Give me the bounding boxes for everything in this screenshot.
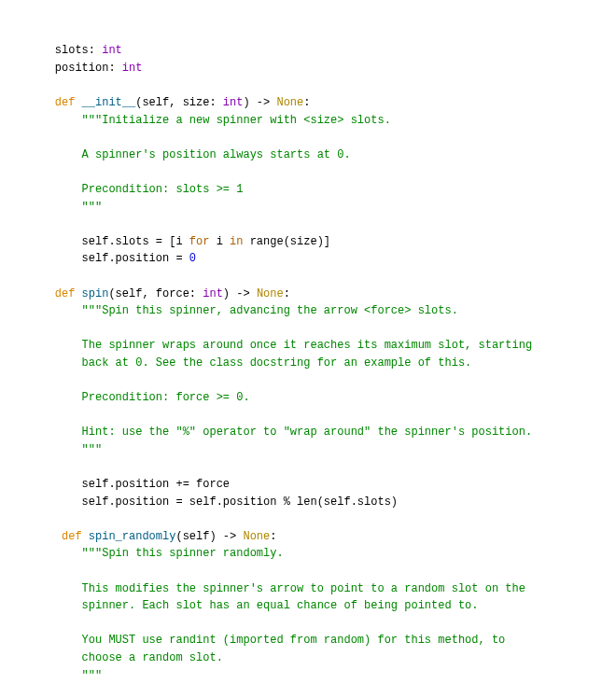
line: back at 0. See the class docstring for a… <box>28 356 471 370</box>
code-block: slots: int position: int def __init__(se… <box>28 42 616 698</box>
line: """ <box>28 201 102 214</box>
line: def spin_randomly(self) -> None: <box>28 530 276 543</box>
line: self.position = self.position % len(self… <box>28 496 398 509</box>
line: Precondition: slots >= 1 <box>28 183 243 196</box>
line: """Spin this spinner randomly. <box>28 547 284 560</box>
line: The spinner wraps around once it reaches… <box>28 339 532 352</box>
line: spinner. Each slot has an equal chance o… <box>28 599 478 612</box>
line: """Spin this spinner, advancing the arro… <box>28 304 458 317</box>
line: def spin(self, force: int) -> None: <box>28 287 290 300</box>
line: self.position += force <box>28 478 230 491</box>
line: Precondition: force >= 0. <box>28 391 250 404</box>
line: position: int <box>28 62 142 75</box>
line: def __init__(self, size: int) -> None: <box>28 96 310 109</box>
line: self.slots = [i for i in range(size)] <box>28 235 330 248</box>
line: """ <box>28 443 102 456</box>
line: A spinner's position always starts at 0. <box>28 148 351 161</box>
line: slots: int <box>28 44 122 57</box>
line: """ <box>28 669 102 682</box>
line: Hint: use the "%" operator to "wrap arou… <box>28 426 532 439</box>
line: You MUST use randint (imported from rand… <box>28 634 505 647</box>
line: choose a random slot. <box>28 651 223 664</box>
line: This modifies the spinner's arrow to poi… <box>28 582 525 595</box>
line: self.position = 0 <box>28 252 196 265</box>
line: """Initialize a new spinner with <size> … <box>28 114 391 127</box>
